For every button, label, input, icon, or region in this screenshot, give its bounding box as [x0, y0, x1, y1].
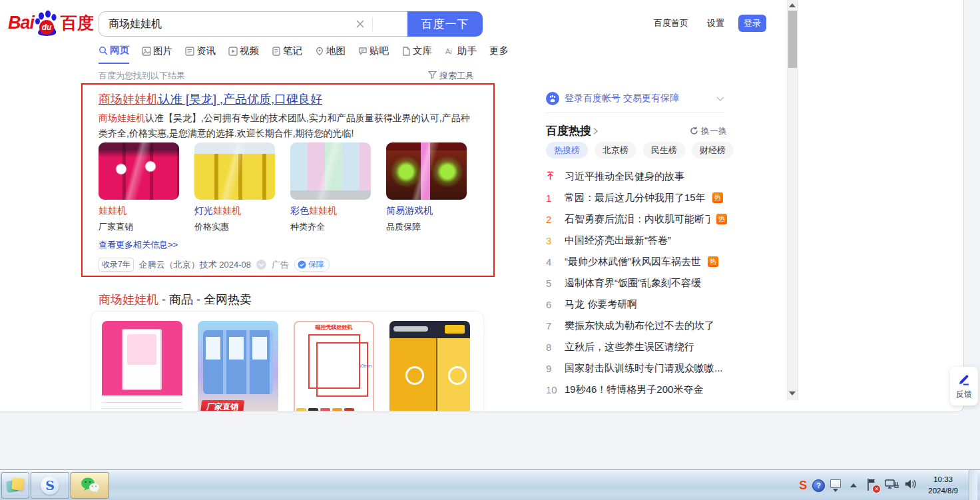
hot-search-tabs: 热搜榜 北京榜 民生榜 财经榜	[546, 142, 734, 158]
tab-webpages[interactable]: 网页	[99, 44, 129, 64]
search-tools[interactable]: 搜索工具	[428, 70, 474, 82]
tab-images[interactable]: 图片	[142, 45, 172, 63]
result-options-icon[interactable]	[256, 260, 266, 270]
hot-tab-finance[interactable]: 财经榜	[692, 142, 734, 158]
language-bar-icon[interactable]	[830, 479, 841, 492]
scrollbar-thumb[interactable]	[788, 11, 797, 68]
feedback-button[interactable]: 反馈	[950, 367, 978, 405]
link-baidu-home[interactable]: 百度首页	[654, 17, 688, 29]
caption-4-title[interactable]: 简易游戏机	[386, 205, 467, 217]
taskbar-app-sogou-browser[interactable]: S	[31, 472, 69, 499]
tab-tieba[interactable]: 贴吧	[358, 45, 389, 63]
hot-badge: 热	[708, 256, 718, 267]
show-desktop-button[interactable]	[969, 470, 977, 500]
product-image-pink-machine[interactable]	[102, 321, 182, 411]
hot-item-9[interactable]: 9 国家射击队训练时专门请观众嗷嗷...	[546, 358, 727, 379]
caption-1-title[interactable]: 娃娃机	[99, 205, 179, 217]
shield-check-icon	[298, 260, 306, 269]
thumbnail-color-claw-machine[interactable]	[290, 142, 371, 200]
baidu-logo[interactable]: Bai du 百度	[8, 9, 94, 37]
hot-tab-beijing[interactable]: 北京榜	[595, 142, 636, 158]
caption-3-subtitle: 种类齐全	[290, 221, 371, 233]
help-tray-icon[interactable]: ?	[812, 479, 825, 492]
tab-news[interactable]: 资讯	[185, 45, 216, 63]
taskbar-app-notes[interactable]	[1, 472, 29, 499]
clear-search-icon[interactable]	[354, 17, 367, 31]
caption-2-subtitle: 价格实惠	[194, 221, 275, 233]
product-image-cartoon-machines[interactable]: 厂家直销	[198, 321, 278, 411]
pinned-arrow-icon	[546, 171, 558, 182]
product-images: 厂家直销 磁控无线娃娃机 50mm	[102, 321, 470, 411]
thumb-strip	[296, 408, 354, 411]
see-more-link[interactable]: 查看更多相关信息>>	[99, 239, 178, 251]
ad-result-description: 商场娃娃机认准【昊龙】,公司拥有专业的技术团队,实力和产品质量获得业界的认可,产…	[99, 111, 477, 141]
hot-item-2[interactable]: 2 石智勇赛后流泪：内收肌可能断了 热	[546, 208, 727, 230]
hot-item-5[interactable]: 5 遏制体育界“饭圈”乱象刻不容缓	[546, 272, 727, 294]
search-input[interactable]	[99, 12, 355, 36]
clock-date: 2024/8/9	[928, 485, 958, 497]
hot-item-4[interactable]: 4 “最帅少林武僧”秋风因车祸去世 热	[546, 251, 727, 272]
show-hidden-icons[interactable]	[850, 483, 857, 487]
tab-video[interactable]: 视频	[228, 45, 259, 63]
taskbar-app-wechat[interactable]	[71, 472, 109, 499]
volume-tray-icon[interactable]	[904, 478, 917, 493]
hot-item-1[interactable]: 1 常园：最后这几分钟我用了15年 热	[546, 187, 727, 208]
shopping-result-title[interactable]: 商场娃娃机 - 商品 - 全网热卖	[99, 292, 252, 308]
caption-4: 简易游戏机 品质保障	[386, 205, 467, 233]
tab-notes[interactable]: 笔记	[272, 45, 302, 63]
tieba-icon	[358, 47, 368, 56]
factory-direct-ribbon: 厂家直销	[200, 400, 244, 411]
link-settings[interactable]: 设置	[707, 17, 724, 29]
image-icon	[142, 47, 151, 56]
hot-item-10[interactable]: 10 19秒46！特博格男子200米夺金	[546, 379, 727, 400]
network-tray-icon[interactable]	[885, 478, 899, 493]
action-center-flag-icon[interactable]: ✕	[866, 478, 879, 493]
hot-search-title[interactable]: 百度热搜	[546, 123, 599, 138]
store-header-figure	[389, 321, 470, 338]
ad-source-text: 企腾云（北京）技术 2024-08	[139, 259, 251, 271]
chevron-down-icon[interactable]	[716, 93, 724, 105]
product-image-frame-diagram[interactable]: 磁控无线娃娃机 50mm	[294, 321, 374, 411]
hot-tab-livelihood[interactable]: 民生榜	[643, 142, 685, 158]
search-divider	[372, 17, 373, 31]
results-count-text: 百度为您找到以下结果	[99, 70, 185, 82]
chevron-right-icon	[593, 127, 599, 135]
page-scrollbar[interactable]	[787, 0, 798, 400]
ad-result-title[interactable]: 商场娃娃机认准 [昊龙] ,产品优质,口碑良好	[99, 91, 322, 107]
cabinets-figure	[203, 330, 273, 394]
scroll-down-arrow[interactable]	[789, 391, 796, 395]
sogou-input-icon[interactable]: S	[799, 479, 807, 493]
sidebar-login-tip[interactable]: 登录百度帐号 交易更有保障	[546, 92, 724, 105]
thumbnail-light-claw-machine[interactable]	[194, 142, 275, 200]
login-button[interactable]: 登录	[738, 15, 766, 32]
tab-wenku[interactable]: 文库	[401, 45, 432, 63]
hot-search-header: 百度热搜 换一换	[546, 123, 727, 138]
coin-ring-icon	[405, 366, 424, 385]
hot-tab-trending[interactable]: 热搜榜	[546, 142, 588, 158]
baidu-search-button[interactable]: 百度一下	[407, 11, 483, 37]
caption-3-title[interactable]: 彩色娃娃机	[290, 205, 371, 217]
hot-badge: 热	[712, 192, 723, 203]
thumbnail-claw-machine[interactable]	[99, 142, 179, 200]
document-icon	[401, 47, 411, 56]
wechat-icon	[80, 477, 100, 494]
scroll-up-arrow[interactable]	[789, 3, 796, 7]
refresh-hot-list[interactable]: 换一换	[690, 125, 727, 137]
taskbar: S S ? ✕ 10:33 2024/8/9	[0, 469, 980, 500]
hot-item-8[interactable]: 8 立秋后，这些养生误区请绕行	[546, 336, 727, 358]
caption-2-title[interactable]: 灯光娃娃机	[194, 205, 275, 217]
hot-item-top[interactable]: 习近平推动全民健身的故事	[546, 166, 727, 187]
tab-more[interactable]: 更多	[489, 45, 509, 63]
product-image-yellow-machines[interactable]	[389, 321, 470, 411]
thumbnail-arcade-machine[interactable]	[386, 142, 467, 200]
hot-item-3[interactable]: 3 中国经济亮出最新“答卷”	[546, 230, 727, 251]
tab-maps[interactable]: 地图	[315, 45, 346, 63]
hot-item-7[interactable]: 7 樊振东快成为勒布伦过不去的坎了	[546, 315, 727, 336]
tab-ai-assistant[interactable]: Ai 助手	[445, 45, 477, 63]
secure-badge[interactable]: 保障	[294, 258, 330, 272]
result-type-tabs: 网页 图片 资讯 视频 笔记	[99, 44, 509, 64]
map-pin-icon	[315, 47, 324, 56]
caption-2: 灯光娃娃机 价格实惠	[194, 205, 275, 233]
hot-item-6[interactable]: 6 马龙 你要考研啊	[546, 294, 727, 315]
taskbar-clock[interactable]: 10:33 2024/8/9	[923, 474, 963, 497]
